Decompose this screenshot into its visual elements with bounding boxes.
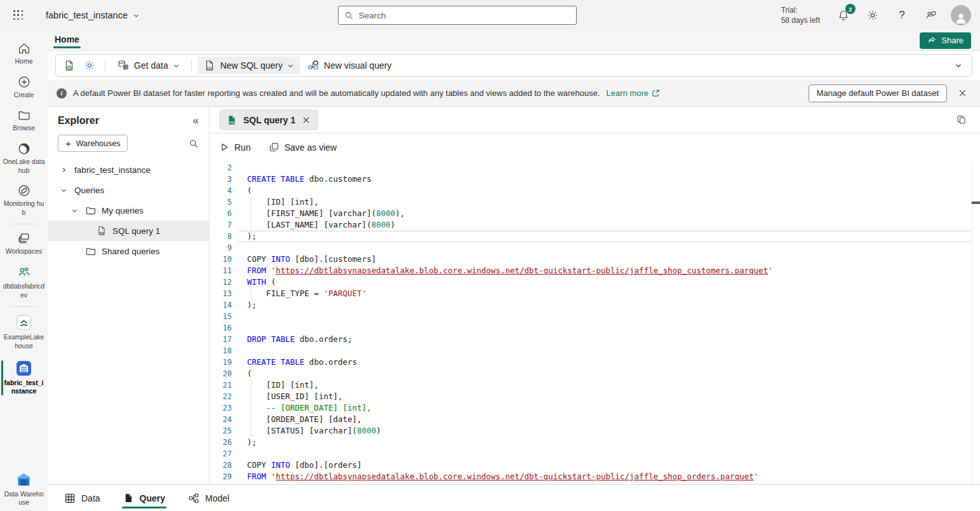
- workspace-switcher[interactable]: fabric_test_instance: [46, 10, 140, 20]
- run-button[interactable]: Run: [220, 142, 251, 153]
- code-line-29[interactable]: 29FROM 'https://dbtlabsynapsedatalake.bl…: [210, 471, 970, 482]
- line-number: 21: [210, 379, 232, 391]
- tree-item-shared-queries[interactable]: Shared queries: [48, 241, 209, 261]
- share-button[interactable]: Share: [920, 32, 971, 49]
- rail-item-monitoring-hub[interactable]: Monitoring hub: [0, 179, 48, 221]
- code-line-10[interactable]: 10COPY INTO [dbo].[customers]: [210, 254, 970, 265]
- learn-more-link[interactable]: Learn more: [607, 88, 660, 98]
- overview-ruler[interactable]: [971, 161, 980, 484]
- feedback-button[interactable]: [922, 6, 941, 25]
- new-visual-query-button[interactable]: New visual query: [301, 57, 398, 74]
- sql-query-tab[interactable]: SQL SQL query 1: [219, 109, 318, 130]
- line-number: 25: [210, 425, 232, 437]
- rail-item-browse[interactable]: Browse: [0, 104, 48, 137]
- rail-item-dbtlabsfabricdev[interactable]: dbtlabsfabricdev: [0, 261, 48, 304]
- folder-icon: [85, 205, 97, 216]
- code-line-21[interactable]: 21 [ID] [int],: [210, 379, 970, 391]
- tree-item-queries[interactable]: Queries: [48, 180, 209, 200]
- view-tab-data[interactable]: Data: [64, 485, 100, 511]
- code-line-11[interactable]: 11FROM 'https://dbtlabsynapsedatalake.bl…: [210, 265, 970, 276]
- line-number: 10: [210, 254, 232, 265]
- global-search[interactable]: [338, 6, 577, 25]
- code-line-9[interactable]: 9: [210, 242, 970, 254]
- rail-item-workspaces[interactable]: Workspaces: [0, 227, 48, 261]
- rail-item-create[interactable]: Create: [0, 71, 48, 104]
- learn-more-label: Learn more: [607, 88, 648, 98]
- notifications-button[interactable]: 2: [834, 6, 853, 25]
- collapse-panel-icon[interactable]: «: [193, 114, 199, 127]
- manage-default-dataset-button[interactable]: Manage default Power BI dataset: [809, 85, 947, 102]
- code-line-5[interactable]: 5 [ID] [int],: [210, 196, 970, 208]
- banner-message: A default Power BI dataset for faster re…: [73, 88, 600, 98]
- code-line-3[interactable]: 3CREATE TABLE dbo.customers: [210, 174, 970, 185]
- code-line-6[interactable]: 6 [FIRST_NAME] [varchar](8000),: [210, 208, 970, 219]
- chevron-right-icon[interactable]: [58, 167, 69, 174]
- sql-code-area[interactable]: 23CREATE TABLE dbo.customers4(5 [ID] [in…: [210, 161, 980, 484]
- rail-item-home[interactable]: Home: [0, 37, 48, 71]
- code-line-19[interactable]: 19CREATE TABLE dbo.orders: [210, 357, 970, 368]
- query-doc-icon: [123, 493, 134, 503]
- tree-item-my-queries[interactable]: My queries: [48, 200, 209, 221]
- view-tab-model[interactable]: Model: [188, 485, 229, 511]
- monitoring-icon: [17, 184, 31, 198]
- code-line-8[interactable]: 8);: [210, 231, 970, 242]
- code-text: CREATE TABLE dbo.orders: [247, 357, 357, 368]
- line-number: 19: [210, 357, 232, 368]
- line-number: 5: [210, 196, 232, 208]
- code-line-15[interactable]: 15: [210, 311, 970, 322]
- banner-close-button[interactable]: [953, 85, 971, 102]
- rail-item-label: Data Warehouse: [3, 490, 45, 507]
- code-line-13[interactable]: 13 FILE_TYPE = 'PARQUET': [210, 288, 970, 299]
- code-line-16[interactable]: 16: [210, 322, 970, 334]
- code-line-27[interactable]: 27: [210, 448, 970, 460]
- line-number: 27: [210, 448, 232, 460]
- help-button[interactable]: ?: [892, 6, 911, 25]
- plus-icon: +: [65, 138, 71, 149]
- line-number: 7: [210, 219, 232, 231]
- rail-item-examplelakehouse[interactable]: ExampleLakehouse: [0, 310, 48, 355]
- user-avatar[interactable]: [951, 5, 971, 25]
- code-line-7[interactable]: 7 [LAST_NAME] [varchar](8000): [210, 219, 970, 231]
- chevron-down-icon[interactable]: [69, 207, 80, 214]
- tab-home[interactable]: Home: [53, 32, 81, 50]
- rail-item-onelake-data-hub[interactable]: OneLake data hub: [0, 137, 48, 179]
- code-line-17[interactable]: 17DROP TABLE dbo.orders;: [210, 334, 970, 345]
- chevron-down-icon: [173, 62, 180, 69]
- ribbon-frame: Get data SQL New SQL query: [55, 54, 972, 77]
- tree-item-sql-query-1[interactable]: SQLSQL query 1: [48, 221, 209, 241]
- tree-item-fabric-test-instance[interactable]: fabric_test_instance: [48, 160, 209, 180]
- new-sql-query-button[interactable]: SQL New SQL query: [198, 57, 300, 74]
- code-line-26[interactable]: 26);: [210, 437, 970, 448]
- app-launcher-icon[interactable]: [9, 6, 28, 25]
- rail-item-label: Home: [15, 57, 32, 66]
- code-line-20[interactable]: 20(: [210, 368, 970, 379]
- chevron-down-icon[interactable]: [58, 187, 69, 194]
- view-tab-query[interactable]: Query: [123, 485, 165, 511]
- rail-item-data-warehouse[interactable]: Data Warehouse: [0, 467, 48, 511]
- add-warehouses-button[interactable]: + Warehouses: [58, 135, 128, 152]
- svg-text:SQL: SQL: [207, 67, 213, 70]
- get-data-button[interactable]: Get data: [111, 57, 185, 74]
- code-line-4[interactable]: 4(: [210, 185, 970, 196]
- save-as-view-button[interactable]: Save as view: [269, 142, 337, 153]
- code-line-23[interactable]: 23 -- [ORDER_DATE] [int],: [210, 402, 970, 414]
- search-input[interactable]: [359, 11, 570, 20]
- code-text: -- [ORDER_DATE] [int],: [247, 402, 372, 414]
- code-line-28[interactable]: 28COPY INTO [dbo].[orders]: [210, 460, 970, 471]
- code-line-25[interactable]: 25 [STATUS] [varchar](8000): [210, 425, 970, 437]
- code-line-22[interactable]: 22 [USER_ID] [int],: [210, 391, 970, 402]
- code-line-14[interactable]: 14);: [210, 299, 970, 311]
- code-text: );: [247, 299, 257, 311]
- tab-close-icon[interactable]: [301, 115, 311, 125]
- settings-ribbon-button[interactable]: [80, 57, 99, 74]
- explorer-search-icon[interactable]: [189, 139, 199, 149]
- copy-button[interactable]: [951, 111, 970, 130]
- rail-item-fabric-test-instance[interactable]: fabric_test_instance: [0, 355, 48, 400]
- code-line-18[interactable]: 18: [210, 345, 970, 357]
- code-line-2[interactable]: 2: [210, 162, 970, 174]
- settings-button[interactable]: [863, 6, 882, 25]
- code-line-24[interactable]: 24 [ORDER_DATE] [date],: [210, 414, 970, 425]
- refresh-button[interactable]: [60, 57, 79, 74]
- ribbon-collapse-button[interactable]: [949, 57, 968, 74]
- code-line-12[interactable]: 12WITH (: [210, 276, 970, 288]
